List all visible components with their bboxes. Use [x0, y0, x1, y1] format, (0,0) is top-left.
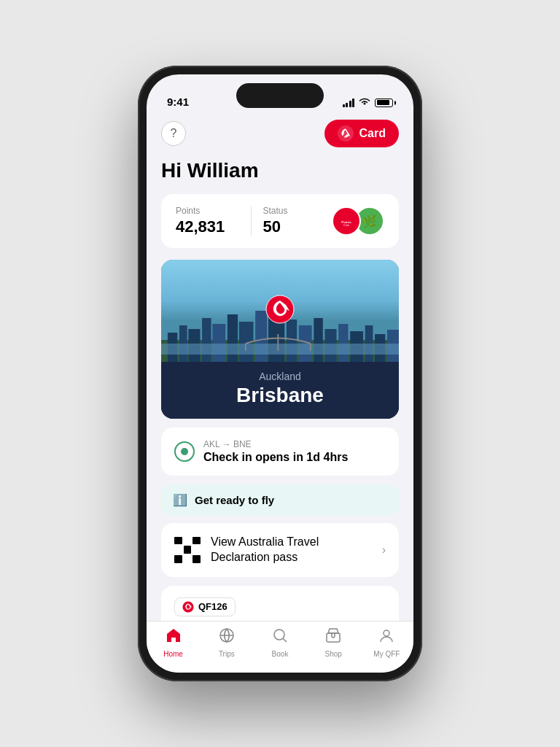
nav-shop[interactable]: Shop [307, 627, 360, 658]
qantas-badge-logo: Points Club [338, 213, 354, 229]
svg-rect-23 [161, 344, 399, 355]
nav-trips[interactable]: Trips [200, 627, 253, 658]
nav-book[interactable]: Book [253, 627, 306, 658]
qr-code-icon [174, 537, 201, 563]
ready-text: Get ready to fly [195, 494, 274, 506]
shop-icon [325, 627, 341, 648]
flight-detail-card[interactable]: QF126 Auckland 16:35 ✈ 3h 45min [161, 586, 399, 621]
checkin-card[interactable]: AKL → BNE Check in opens in 1d 4hrs [161, 427, 399, 476]
signal-icon [343, 98, 355, 107]
status-section: Status 50 [263, 206, 327, 236]
card-button-label: Card [359, 127, 386, 140]
destination-footer: Auckland Brisbane [161, 362, 399, 419]
flight-info-text: AKL → BNE Check in opens in 1d 4hrs [203, 439, 386, 464]
trips-icon [219, 627, 235, 648]
declaration-card[interactable]: View Australia Travel Declaration pass › [161, 523, 399, 577]
points-divider [251, 206, 252, 236]
points-section: Points 42,831 [176, 206, 239, 236]
points-label: Points [176, 206, 239, 216]
svg-point-33 [384, 630, 389, 636]
card-button[interactable]: Card [324, 120, 399, 147]
svg-rect-9 [212, 324, 225, 362]
nav-home-label: Home [163, 650, 183, 658]
scroll-content[interactable]: ? Card Hi William Points 42,831 [147, 114, 413, 621]
qantas-logo-overlay [265, 295, 295, 327]
svg-rect-10 [228, 314, 238, 362]
top-bar: ? Card [147, 114, 413, 156]
points-value: 42,831 [176, 217, 239, 236]
svg-rect-16 [314, 318, 322, 362]
nav-myqff-label: My QFF [373, 650, 400, 658]
nav-myqff[interactable]: My QFF [360, 627, 413, 658]
points-card: Points 42,831 Status 50 Points Club [161, 194, 399, 248]
nav-trips-label: Trips [219, 650, 235, 658]
status-value: 50 [263, 217, 327, 236]
qantas-logo-small [338, 125, 354, 142]
bottom-nav: Home Trips Book [147, 621, 413, 673]
phone-frame: 9:41 [138, 66, 422, 681]
book-icon [272, 627, 288, 648]
destination-card[interactable]: Auckland Brisbane [161, 260, 399, 419]
badge-group: Points Club 🌿 [332, 206, 384, 236]
flight-indicator-inner [181, 448, 188, 455]
svg-rect-18 [338, 324, 348, 362]
status-icons [343, 97, 394, 108]
home-icon [166, 627, 182, 648]
status-label: Status [263, 206, 327, 216]
destination-to: Brisbane [176, 384, 384, 407]
flight-number: QF126 [198, 601, 228, 612]
myqff-icon [378, 627, 394, 648]
flight-status-text: Check in opens in 1d 4hrs [203, 451, 386, 464]
points-club-badge: Points Club [332, 206, 361, 236]
svg-line-31 [283, 638, 287, 642]
nav-home[interactable]: Home [147, 627, 200, 658]
battery-icon [375, 98, 393, 107]
dynamic-island [236, 83, 324, 108]
flight-indicator [174, 441, 195, 462]
nav-book-label: Book [272, 650, 289, 658]
declaration-text: View Australia Travel Declaration pass [211, 535, 372, 565]
ready-banner: ℹ️ Get ready to fly [161, 484, 399, 516]
info-icon: ℹ️ [173, 493, 187, 507]
flight-badge-logo [182, 601, 194, 613]
wifi-icon [359, 97, 370, 108]
chevron-right-icon: › [382, 543, 386, 557]
flight-badge: QF126 [174, 597, 236, 616]
svg-point-30 [274, 630, 284, 640]
phone-screen: 9:41 [147, 74, 413, 673]
destination-from: Auckland [176, 371, 384, 382]
status-time: 9:41 [167, 96, 189, 108]
destination-image [161, 260, 399, 362]
flight-route: AKL → BNE [203, 439, 386, 449]
nav-shop-label: Shop [325, 650, 342, 658]
flight-route-text: AKL → BNE [203, 439, 252, 449]
svg-rect-8 [202, 318, 211, 362]
svg-text:Club: Club [343, 224, 349, 227]
svg-text:Points: Points [341, 220, 351, 224]
greeting: Hi William [147, 156, 413, 194]
help-button[interactable]: ? [161, 121, 186, 146]
